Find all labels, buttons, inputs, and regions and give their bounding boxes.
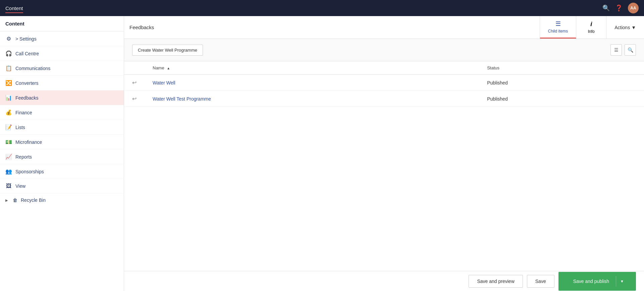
save-and-preview-button[interactable]: Save and preview: [469, 275, 523, 288]
content-toolbar: Create Water Well Programme ☰ 🔍: [124, 39, 644, 61]
sidebar-item-call-centre[interactable]: 🎧 Call Centre: [0, 46, 124, 61]
recycle-bin-icon: 🗑: [13, 197, 17, 203]
app-title: Content: [5, 5, 23, 11]
row-type-icon: ↩: [132, 96, 137, 102]
table-cell-name[interactable]: Water Well Test Programme: [145, 91, 479, 107]
view-icon: 🖼: [5, 183, 12, 189]
actions-label: Actions: [614, 25, 630, 30]
sidebar-item-lists[interactable]: 📝 Lists: [0, 120, 124, 135]
converters-icon: 🔀: [5, 80, 12, 86]
content-area: ☰ Child items i Info Actions ▼ Create Wa…: [124, 16, 644, 291]
save-and-publish-label: Save and publish: [567, 275, 616, 287]
child-items-tab-icon: ☰: [555, 20, 561, 27]
communications-icon: 📋: [5, 65, 12, 71]
tab-label: Info: [588, 29, 595, 34]
toolbar-right: ☰ 🔍: [610, 44, 636, 56]
sidebar-item-view[interactable]: 🖼 View: [0, 179, 124, 193]
sidebar-item-label: Converters: [15, 80, 38, 86]
sidebar-item-feedbacks[interactable]: 📊 Feedbacks: [0, 91, 124, 105]
sidebar-item-label: Call Centre: [15, 51, 39, 56]
footer: Save and preview Save Save and publish ▼: [124, 271, 644, 291]
table-row[interactable]: ↩ Water Well Published: [124, 75, 644, 91]
content-title-area: [124, 16, 540, 39]
list-view-button[interactable]: ☰: [610, 44, 622, 56]
content-main: Create Water Well Programme ☰ 🔍: [124, 39, 644, 271]
search-button[interactable]: 🔍: [625, 44, 636, 56]
table-cell-status: Published: [479, 75, 644, 91]
sidebar-item-reports[interactable]: 📈 Reports: [0, 150, 124, 164]
main-layout: Content ⚙ > Settings 🎧 Call Centre 📋 Com…: [0, 16, 644, 291]
table-cell-name[interactable]: Water Well: [145, 75, 479, 91]
table-col-icon: [124, 61, 145, 75]
save-and-publish-button[interactable]: Save and publish ▼: [558, 272, 636, 291]
content-table: Name ▲ Status ↩ Water Well Published: [124, 61, 644, 107]
content-tabs: ☰ Child items i Info Actions ▼: [540, 16, 644, 39]
tab-child-items[interactable]: ☰ Child items: [540, 16, 576, 39]
table-row[interactable]: ↩ Water Well Test Programme Published: [124, 91, 644, 107]
sidebar-item-sponsorships[interactable]: 👥 Sponsorships: [0, 164, 124, 179]
sidebar-item-label: View: [15, 183, 25, 189]
expand-icon: ▶: [5, 198, 8, 202]
settings-icon: ⚙: [5, 36, 12, 42]
info-tab-icon: i: [590, 21, 592, 28]
sidebar-item-settings[interactable]: ⚙ > Settings: [0, 32, 124, 46]
help-icon[interactable]: ❓: [615, 4, 623, 12]
sidebar: Content ⚙ > Settings 🎧 Call Centre 📋 Com…: [0, 16, 124, 291]
sidebar-item-label: Feedbacks: [15, 95, 38, 101]
sponsorships-icon: 👥: [5, 168, 12, 175]
sidebar-item-communications[interactable]: 📋 Communications: [0, 61, 124, 76]
top-bar-icons: 🔍 ❓ AA: [602, 3, 639, 13]
save-button[interactable]: Save: [527, 275, 554, 288]
table-header: Name ▲ Status: [124, 61, 644, 75]
call-centre-icon: 🎧: [5, 50, 12, 57]
sort-arrow-icon: ▲: [167, 66, 170, 70]
top-bar: Content 🔍 ❓ AA: [0, 0, 644, 16]
reports-icon: 📈: [5, 154, 12, 160]
table-body: ↩ Water Well Published ↩ Water Well Test…: [124, 75, 644, 107]
row-type-icon: ↩: [132, 80, 137, 85]
actions-chevron-icon: ▼: [631, 25, 636, 30]
sidebar-item-finance[interactable]: 💰 Finance: [0, 105, 124, 120]
tab-label: Child items: [548, 29, 568, 34]
table-col-status: Status: [479, 61, 644, 75]
sidebar-item-label: Finance: [15, 110, 32, 115]
publish-dropdown-arrow-icon[interactable]: ▼: [616, 276, 628, 287]
table-cell-status: Published: [479, 91, 644, 107]
list-icon: ☰: [614, 47, 619, 53]
search-icon: 🔍: [628, 47, 633, 53]
search-icon[interactable]: 🔍: [602, 4, 610, 12]
avatar[interactable]: AA: [628, 3, 639, 13]
sidebar-item-label: Reports: [15, 154, 32, 160]
tab-info[interactable]: i Info: [576, 16, 606, 39]
sidebar-item-label: Sponsorships: [15, 169, 44, 174]
table-col-name[interactable]: Name ▲: [145, 61, 479, 75]
sidebar-item-label: Lists: [15, 125, 25, 130]
content-header: ☰ Child items i Info Actions ▼: [124, 16, 644, 39]
sidebar-item-label: Microfinance: [15, 139, 42, 145]
sidebar-item-microfinance[interactable]: 💵 Microfinance: [0, 135, 124, 150]
finance-icon: 💰: [5, 109, 12, 116]
feedbacks-icon: 📊: [5, 95, 12, 101]
create-water-well-programme-button[interactable]: Create Water Well Programme: [132, 45, 203, 56]
sidebar-item-label: Communications: [15, 66, 50, 71]
sidebar-item-label: > Settings: [15, 36, 37, 42]
sidebar-header: Content: [0, 16, 124, 32]
sidebar-item-label: Recycle Bin: [21, 197, 46, 203]
sidebar-item-converters[interactable]: 🔀 Converters: [0, 76, 124, 91]
lists-icon: 📝: [5, 124, 12, 130]
sidebar-item-recycle-bin[interactable]: ▶ 🗑 Recycle Bin: [0, 193, 124, 207]
tab-actions[interactable]: Actions ▼: [606, 16, 644, 39]
microfinance-icon: 💵: [5, 139, 12, 145]
content-title-input[interactable]: [129, 24, 418, 30]
